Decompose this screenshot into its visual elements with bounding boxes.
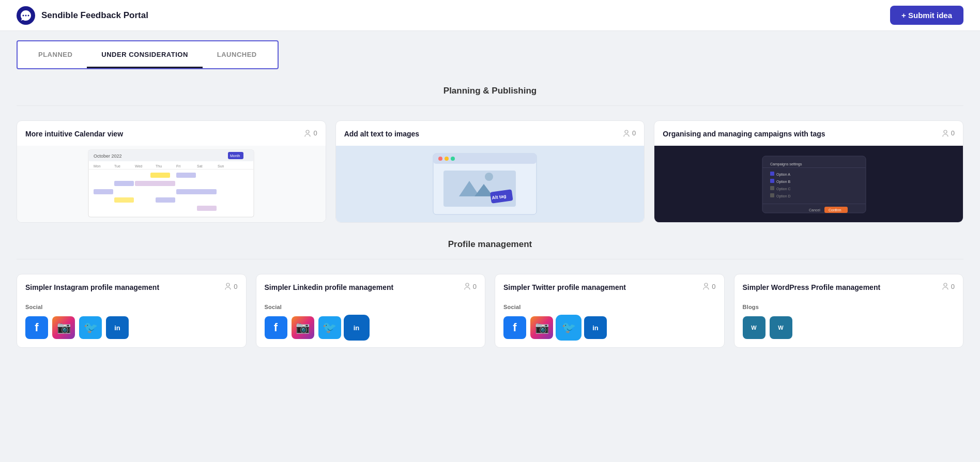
svg-point-1 (23, 14, 24, 16)
svg-rect-51 (762, 204, 866, 204)
tabs-container: PLANNED UNDER CONSIDERATION LAUNCHED (17, 40, 279, 69)
svg-text:Month: Month (230, 154, 240, 158)
card-title-instagram: Simpler Instagram profile management (25, 283, 220, 293)
card-wordpress-profile[interactable]: Simpler WordPress Profile management 0 B… (734, 274, 964, 348)
tab-planned[interactable]: PLANNED (24, 41, 87, 68)
person-icon-twitter (702, 283, 710, 290)
facebook-logo-3: f (503, 316, 526, 339)
twitter-logo: 🐦 (79, 316, 102, 339)
card-image-alttext: Alt tag (336, 146, 645, 222)
tab-under-consideration[interactable]: UNDER CONSIDERATION (87, 41, 202, 68)
person-icon (304, 130, 311, 137)
tabs-wrapper: PLANNED UNDER CONSIDERATION LAUNCHED (0, 40, 980, 69)
svg-text:Option D: Option D (776, 194, 791, 198)
card-header-campaigns: Organising and managing campaigns with t… (654, 121, 963, 146)
card-logos-instagram: f 📷 🐦 in (17, 312, 246, 347)
card-votes-instagram: 0 (224, 283, 237, 290)
svg-rect-22 (94, 189, 113, 194)
svg-rect-47 (770, 186, 774, 190)
card-votes-twitter: 0 (702, 283, 715, 290)
svg-point-32 (451, 157, 455, 161)
card-tag-instagram: Social (17, 299, 246, 312)
card-title-linkedin: Simpler Linkedin profile management (265, 283, 460, 293)
svg-point-36 (485, 173, 493, 181)
svg-rect-17 (88, 169, 254, 170)
svg-text:Mon: Mon (94, 164, 101, 168)
instagram-logo-2: 📷 (292, 316, 314, 339)
card-header-calendar: More intuitive Calendar view 0 (17, 121, 326, 146)
card-votes-wordpress: 0 (942, 283, 955, 290)
svg-rect-49 (770, 193, 774, 197)
header-left: Sendible Feedback Portal (17, 6, 148, 25)
card-logos-twitter: f 📷 🐦 in (495, 312, 724, 347)
card-twitter-profile[interactable]: Simpler Twitter profile management 0 Soc… (495, 274, 725, 348)
svg-rect-25 (156, 197, 175, 203)
person-icon-instagram (224, 283, 232, 290)
svg-rect-21 (135, 181, 175, 186)
linkedin-logo-active: in (345, 316, 368, 339)
card-title-alttext: Add alt text to images (344, 129, 619, 140)
instagram-logo-3: 📷 (530, 316, 553, 339)
card-campaigns-tags[interactable]: Organising and managing campaigns with t… (654, 120, 963, 223)
card-title-twitter: Simpler Twitter profile management (503, 283, 698, 293)
svg-point-2 (25, 14, 27, 16)
svg-text:Option C: Option C (776, 187, 791, 191)
card-image-calendar: October 2022 Month Mon Tue Wed Thu Fri S… (17, 146, 326, 222)
card-instagram-profile[interactable]: Simpler Instagram profile management 0 S… (17, 274, 247, 348)
alttext-svg: Alt tag (402, 146, 578, 222)
card-linkedin-profile[interactable]: Simpler Linkedin profile management 0 So… (256, 274, 486, 348)
svg-text:Campaigns settings: Campaigns settings (770, 162, 802, 166)
card-calendar-view[interactable]: More intuitive Calendar view 0 October 2… (17, 120, 326, 223)
svg-rect-45 (770, 179, 774, 183)
wordpress-logo-2: W (770, 316, 792, 339)
card-header-instagram: Simpler Instagram profile management 0 (17, 274, 246, 299)
card-title-campaigns: Organising and managing campaigns with t… (663, 129, 937, 140)
svg-rect-24 (114, 197, 134, 203)
svg-point-31 (445, 157, 449, 161)
wordpress-logo-1: W (743, 316, 765, 339)
instagram-logo: 📷 (52, 316, 75, 339)
facebook-logo: f (25, 316, 48, 339)
svg-rect-19 (176, 173, 196, 178)
card-header-alttext: Add alt text to images 0 (336, 121, 645, 146)
svg-rect-42 (762, 167, 866, 168)
card-tag-wordpress: Blogs (734, 299, 963, 312)
svg-text:Wed: Wed (135, 164, 142, 168)
card-tag-twitter: Social (495, 299, 724, 312)
card-alt-text[interactable]: Add alt text to images 0 (335, 120, 645, 223)
sendible-logo (17, 6, 35, 25)
calendar-svg: October 2022 Month Mon Tue Wed Thu Fri S… (83, 146, 259, 222)
card-logos-wordpress: W W (734, 312, 963, 347)
card-title-calendar: More intuitive Calendar view (25, 129, 300, 140)
person-icon-linkedin (464, 283, 471, 290)
card-votes-campaigns: 0 (942, 129, 955, 137)
person-icon-wordpress (942, 283, 949, 290)
planning-cards-grid: More intuitive Calendar view 0 October 2… (17, 120, 963, 223)
section-title-planning: Planning & Publishing (17, 86, 963, 96)
svg-text:October 2022: October 2022 (94, 153, 122, 159)
card-votes-alttext: 0 (623, 129, 636, 137)
section-divider-1 (17, 105, 963, 106)
card-image-campaigns: Campaigns settings Option A Option B Opt… (654, 146, 963, 222)
svg-text:Confirm: Confirm (829, 208, 841, 212)
submit-idea-button[interactable]: + Submit idea (890, 6, 963, 25)
svg-rect-20 (114, 181, 134, 186)
profile-cards-grid: Simpler Instagram profile management 0 S… (17, 274, 963, 348)
card-logos-linkedin: f 📷 🐦 in (256, 312, 485, 347)
svg-text:Option A: Option A (776, 173, 790, 177)
svg-text:Option B: Option B (776, 180, 791, 184)
svg-rect-23 (176, 189, 217, 194)
card-header-linkedin: Simpler Linkedin profile management 0 (256, 274, 485, 299)
card-title-wordpress: Simpler WordPress Profile management (743, 283, 938, 293)
app-header: Sendible Feedback Portal + Submit idea (0, 0, 980, 31)
tab-launched[interactable]: LAUNCHED (203, 41, 271, 68)
facebook-logo-2: f (265, 316, 287, 339)
person-icon-alttext (623, 130, 630, 137)
card-tag-linkedin: Social (256, 299, 485, 312)
card-header-twitter: Simpler Twitter profile management 0 (495, 274, 724, 299)
linkedin-logo: in (106, 316, 129, 339)
svg-text:Fri: Fri (176, 164, 181, 168)
card-votes-calendar: 0 (304, 129, 317, 137)
main-content: Planning & Publishing More intuitive Cal… (0, 69, 980, 381)
twitter-logo-active: 🐦 (557, 316, 580, 339)
